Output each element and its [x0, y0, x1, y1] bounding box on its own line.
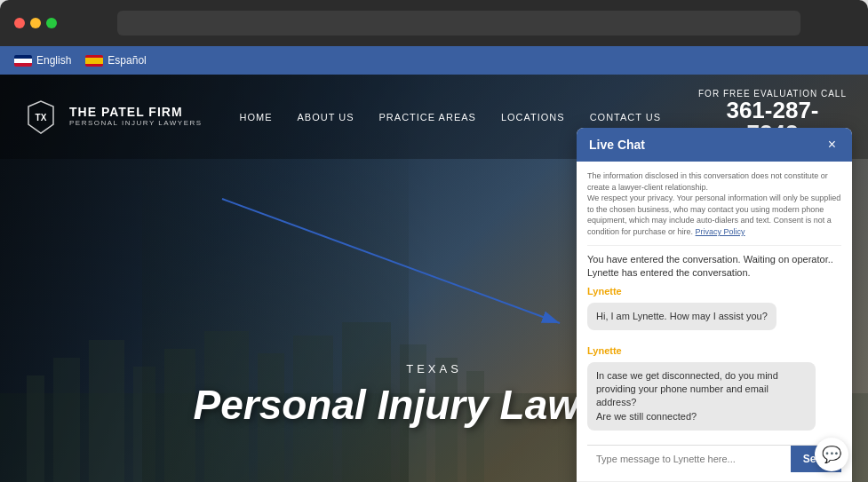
chat-status-text: You have entered the conversation. Waiti… [587, 254, 833, 278]
browser-chrome [0, 0, 868, 46]
nav-home[interactable]: HOME [240, 112, 273, 122]
chat-operator-1: Lynette [587, 285, 841, 298]
traffic-light-red[interactable] [14, 18, 25, 28]
traffic-lights [14, 18, 57, 28]
nav-contact[interactable]: CONTACT US [590, 112, 662, 122]
chat-message-row-1: Lynette Hi, I am Lynette. How may I assi… [587, 285, 841, 337]
chat-bubble-2: In case we get disconnected, do you mind… [587, 362, 816, 431]
nav-about[interactable]: ABOUT US [298, 112, 354, 122]
lang-espanol[interactable]: Español [85, 54, 146, 67]
chat-bubble-emoji: 💬 [822, 445, 841, 464]
nav-practice[interactable]: PRACTICE AREAS [379, 112, 476, 122]
chat-message-row-2: Lynette In case we get disconnected, do … [587, 344, 841, 438]
language-bar: English Español [0, 46, 868, 75]
lang-espanol-label: Español [108, 54, 146, 67]
nav-locations[interactable]: LOCATIONS [501, 112, 565, 122]
lang-english[interactable]: English [14, 54, 71, 67]
nav-links: HOME ABOUT US PRACTICE AREAS LOCATIONS C… [240, 112, 662, 122]
logo-sub: PERSONAL INJURY LAWYERS [69, 120, 203, 128]
flag-es-icon [85, 55, 103, 67]
site-wrapper: TX THE PATEL FIRM PERSONAL INJURY LAWYER… [0, 75, 868, 482]
logo-area: TX THE PATEL FIRM PERSONAL INJURY LAWYER… [21, 98, 203, 137]
chat-close-button[interactable]: × [824, 137, 840, 153]
svg-text:TX: TX [36, 113, 47, 122]
chat-input[interactable] [587, 446, 791, 472]
chat-title: Live Chat [589, 138, 645, 152]
logo-main: THE PATEL FIRM [69, 106, 203, 119]
traffic-light-green[interactable] [46, 18, 57, 28]
chat-operator-2: Lynette [587, 344, 841, 358]
privacy-link[interactable]: Privacy Policy [696, 227, 745, 236]
address-bar[interactable] [117, 11, 800, 36]
lang-english-label: English [36, 54, 71, 67]
chat-input-area: Send [587, 445, 841, 472]
chat-widget: Live Chat × The information disclosed in… [577, 128, 852, 482]
flag-uk-icon [14, 55, 32, 67]
chat-disclaimer: The information disclosed in this conver… [587, 170, 841, 246]
chat-status: You have entered the conversation. Waiti… [587, 253, 841, 281]
chat-bubble-1: Hi, I am Lynette. How may I assist you? [587, 303, 776, 330]
traffic-light-yellow[interactable] [30, 18, 41, 28]
chat-messages: Lynette Hi, I am Lynette. How may I assi… [587, 285, 841, 438]
chat-bubble-icon[interactable]: 💬 [815, 438, 848, 471]
logo-text: THE PATEL FIRM PERSONAL INJURY LAWYERS [69, 106, 203, 127]
chat-header: Live Chat × [577, 128, 852, 162]
logo-icon: TX [21, 98, 60, 137]
chat-body: The information disclosed in this conver… [577, 162, 852, 481]
